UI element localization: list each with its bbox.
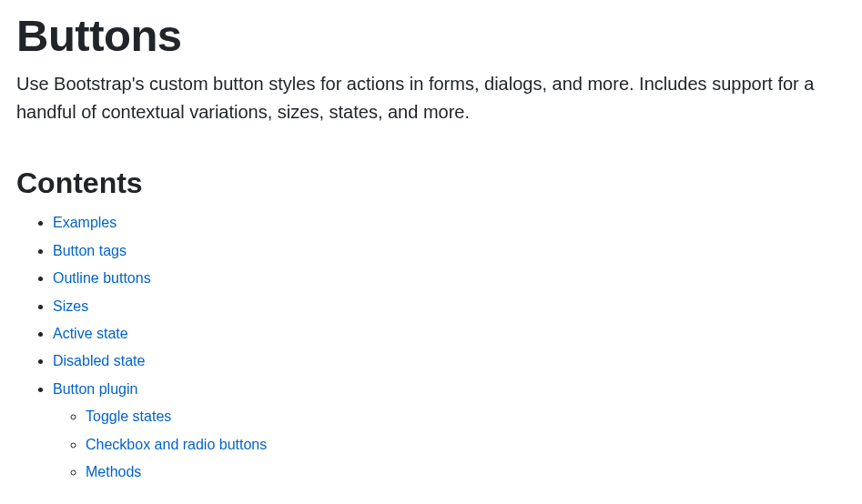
toc-item: Button tags [53, 237, 846, 265]
toc-link-examples[interactable]: Examples [53, 215, 117, 230]
toc-subitem: Checkbox and radio buttons [86, 431, 846, 459]
table-of-contents: Examples Button tags Outline buttons Siz… [16, 209, 846, 486]
toc-item: Outline buttons [53, 265, 846, 292]
toc-link-sizes[interactable]: Sizes [53, 298, 88, 314]
toc-link-disabled-state[interactable]: Disabled state [53, 353, 145, 368]
toc-item: Button plugin Toggle states Checkbox and… [53, 376, 846, 487]
toc-sublist: Toggle states Checkbox and radio buttons… [53, 403, 846, 486]
toc-link-active-state[interactable]: Active state [53, 326, 128, 341]
toc-link-button-plugin[interactable]: Button plugin [53, 381, 137, 397]
toc-subitem: Toggle states [86, 403, 846, 430]
toc-item: Active state [53, 320, 846, 348]
toc-link-button-tags[interactable]: Button tags [53, 243, 127, 258]
toc-subitem: Methods [86, 459, 846, 486]
toc-item: Sizes [53, 293, 846, 320]
contents-heading: Contents [16, 165, 846, 203]
toc-link-checkbox-radio[interactable]: Checkbox and radio buttons [86, 437, 267, 452]
toc-link-outline-buttons[interactable]: Outline buttons [53, 270, 151, 286]
toc-item: Disabled state [53, 348, 846, 375]
toc-item: Examples [53, 209, 846, 237]
page-lead: Use Bootstrap's custom button styles for… [16, 70, 846, 126]
page-title: Buttons [16, 9, 846, 63]
toc-link-toggle-states[interactable]: Toggle states [86, 408, 171, 424]
toc-link-methods[interactable]: Methods [86, 464, 141, 479]
